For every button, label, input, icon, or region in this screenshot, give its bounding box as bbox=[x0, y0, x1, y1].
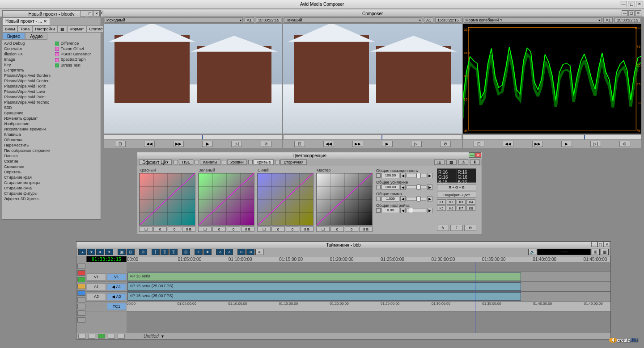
project-max-button[interactable]: ▢ bbox=[87, 11, 93, 17]
monitor-scrubber[interactable] bbox=[104, 134, 282, 140]
proj-toolbar-Формат[interactable]: Формат bbox=[67, 25, 87, 33]
tl-tool[interactable]: ][ bbox=[169, 249, 178, 255]
fx-effect[interactable]: PSNR Generator bbox=[54, 51, 100, 57]
monitor-viewport[interactable] bbox=[283, 24, 462, 134]
cc-tab-Уровни[interactable]: Уровни bbox=[227, 159, 247, 165]
cc-eyedropper-button[interactable]: ✎ bbox=[437, 225, 449, 231]
playhead[interactable] bbox=[475, 262, 475, 333]
tl-tool[interactable]: ✧ bbox=[195, 249, 203, 255]
curve-check[interactable]: ☐ bbox=[316, 226, 330, 232]
fx-effect[interactable]: Frame Offset bbox=[54, 46, 100, 51]
proj-toolbar-Бины[interactable]: Бины bbox=[2, 25, 17, 33]
timeline-ruler[interactable]: 00:0001:05:00:0001:10:00:0001:15:00:0001… bbox=[127, 256, 610, 262]
slider-knob[interactable] bbox=[416, 184, 421, 190]
fx-category[interactable]: L-спрятать bbox=[3, 67, 52, 73]
slider-dec[interactable]: ◀ bbox=[400, 173, 406, 178]
curve-val-a[interactable]: 0 bbox=[212, 226, 226, 232]
k-button-K8[interactable]: K8 bbox=[466, 205, 475, 211]
cc-tab-check[interactable] bbox=[248, 160, 253, 164]
transport-button[interactable]: ⊘ bbox=[261, 141, 271, 147]
slider-value[interactable]: 100.00 bbox=[381, 173, 399, 178]
tl-tool[interactable]: ⊘ bbox=[139, 249, 147, 255]
slider-knob[interactable] bbox=[409, 208, 413, 213]
slider-dec[interactable]: ◀ bbox=[400, 208, 406, 213]
clip[interactable]: AP 15 seria (25.00 FPS) bbox=[127, 282, 521, 291]
transport-button[interactable]: ◀◀ bbox=[323, 141, 334, 147]
k-button-K2[interactable]: K2 bbox=[447, 199, 456, 205]
transport-button[interactable]: ▶ bbox=[382, 141, 393, 147]
cc-dualview-button[interactable]: ◫ bbox=[434, 159, 445, 165]
transport-button[interactable]: ▶▶ bbox=[532, 141, 543, 147]
tl-tool[interactable]: ★ bbox=[203, 249, 212, 255]
fx-category[interactable]: Эффект 3D Xpress bbox=[3, 196, 52, 201]
k-button-K7[interactable]: K7 bbox=[457, 205, 466, 211]
slider-knob[interactable] bbox=[416, 196, 421, 201]
transport-button[interactable]: ▷| bbox=[231, 141, 242, 147]
tl-tool[interactable]: ⇥ bbox=[246, 249, 254, 255]
transport-button[interactable]: ◀◀ bbox=[503, 141, 513, 147]
fx-category[interactable]: Изменить формат bbox=[3, 116, 52, 121]
fx-category[interactable]: Стирание окна bbox=[3, 185, 52, 191]
slider-enable[interactable] bbox=[376, 197, 381, 201]
fx-category[interactable]: Сжатие bbox=[3, 159, 52, 164]
curve-check[interactable]: ☐ bbox=[198, 226, 212, 232]
transport-button[interactable]: ▶ bbox=[202, 141, 213, 147]
cc-rgb-button[interactable]: R + G + B bbox=[437, 184, 476, 190]
curve-8b[interactable]: 8 В bbox=[182, 226, 195, 232]
cc-warn-button[interactable]: ⚠ bbox=[458, 159, 468, 165]
tl-side-button[interactable] bbox=[77, 284, 85, 289]
project-tab[interactable]: Новый проект - ... ✕ bbox=[2, 17, 50, 25]
monitor-scrubber[interactable] bbox=[283, 134, 462, 140]
tl-tool[interactable]: ▾ bbox=[87, 249, 95, 255]
clip[interactable]: AP 15 seria bbox=[127, 273, 521, 281]
tl-bottom-btn[interactable] bbox=[88, 334, 95, 339]
transport-button[interactable]: ⊡ bbox=[474, 141, 484, 147]
tl-side-button[interactable] bbox=[77, 270, 85, 276]
fx-effect[interactable]: Stress Test bbox=[54, 63, 100, 68]
tl-tool[interactable]: ● bbox=[96, 249, 104, 255]
slider-inc[interactable]: ▶ bbox=[427, 196, 432, 201]
cc-tab-check[interactable] bbox=[195, 160, 199, 164]
slider-inc[interactable]: ▶ bbox=[427, 208, 432, 213]
fx-category[interactable]: PlasmaWipe Avid Borders bbox=[3, 73, 52, 78]
monitor-track[interactable]: A1 bbox=[424, 17, 433, 23]
track-src[interactable]: A2 bbox=[87, 293, 106, 300]
track-rec[interactable]: V1 bbox=[107, 273, 126, 281]
track-row[interactable]: AP 15 seria bbox=[127, 272, 610, 282]
minimize-button[interactable]: — bbox=[620, 1, 627, 7]
fx-category[interactable]: Generator bbox=[3, 46, 52, 51]
composer-min-button[interactable]: — bbox=[622, 10, 628, 16]
slider-knob[interactable] bbox=[416, 173, 421, 178]
k-button-K5[interactable]: K5 bbox=[437, 205, 446, 211]
k-button-K4[interactable]: K4 bbox=[466, 199, 475, 205]
tl-side-button[interactable] bbox=[77, 297, 85, 302]
slider-track[interactable] bbox=[407, 174, 426, 177]
curve-val-b[interactable]: 0 bbox=[227, 226, 240, 232]
curve-val-a[interactable]: 0 bbox=[271, 226, 285, 232]
transport-button[interactable]: ▷| bbox=[590, 141, 601, 147]
fx-category[interactable]: Пленка bbox=[3, 153, 52, 159]
fx-category[interactable]: Пилообразное стирание bbox=[3, 148, 52, 153]
fx-category[interactable]: Стирание фигуры bbox=[3, 191, 52, 196]
tl-side-button[interactable] bbox=[77, 310, 85, 316]
curve-editor[interactable] bbox=[316, 173, 373, 226]
transport-button[interactable]: ▷| bbox=[411, 141, 422, 147]
maximize-button[interactable]: ▢ bbox=[628, 1, 635, 7]
slider-inc[interactable]: ▶ bbox=[427, 184, 432, 190]
slider-enable[interactable] bbox=[376, 173, 381, 178]
tl-tool[interactable]: ≡ bbox=[255, 249, 263, 255]
track-header[interactable]: A1◀ A1 bbox=[86, 282, 127, 292]
tl-side-button[interactable] bbox=[77, 264, 85, 269]
tl-tool-right[interactable]: ━━━ bbox=[537, 249, 591, 255]
tl-bottom-btn[interactable] bbox=[78, 334, 85, 339]
tl-tool-right[interactable]: ⊞ bbox=[592, 249, 600, 255]
tl-tool[interactable]: ⇤ bbox=[237, 249, 246, 255]
timeline-max-button[interactable]: ▢ bbox=[597, 242, 604, 247]
cc-tab-Кривые[interactable]: Кривые bbox=[254, 159, 274, 165]
track-header[interactable]: xTC1 bbox=[86, 302, 127, 311]
fx-category[interactable]: PlasmaWipe Avid Lava bbox=[3, 89, 52, 94]
cc-min-button[interactable]: — bbox=[469, 152, 475, 158]
fx-category[interactable]: Изображение bbox=[3, 121, 52, 126]
cc-tab-check[interactable] bbox=[275, 160, 280, 164]
fx-category[interactable]: Image bbox=[3, 57, 52, 62]
